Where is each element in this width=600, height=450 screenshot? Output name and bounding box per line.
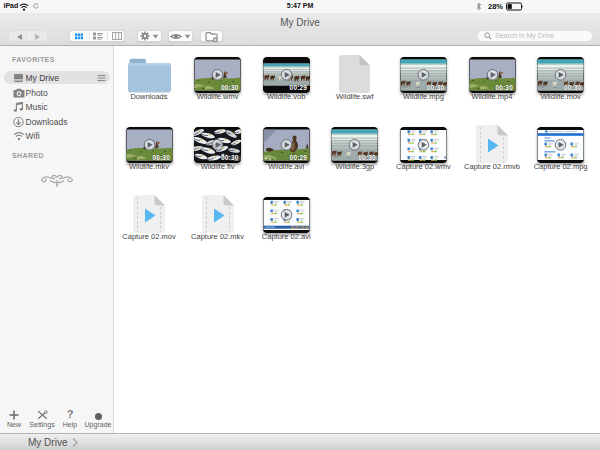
svg-text:00:00 / 00:30: 00:00 / 00:30 (290, 226, 308, 230)
